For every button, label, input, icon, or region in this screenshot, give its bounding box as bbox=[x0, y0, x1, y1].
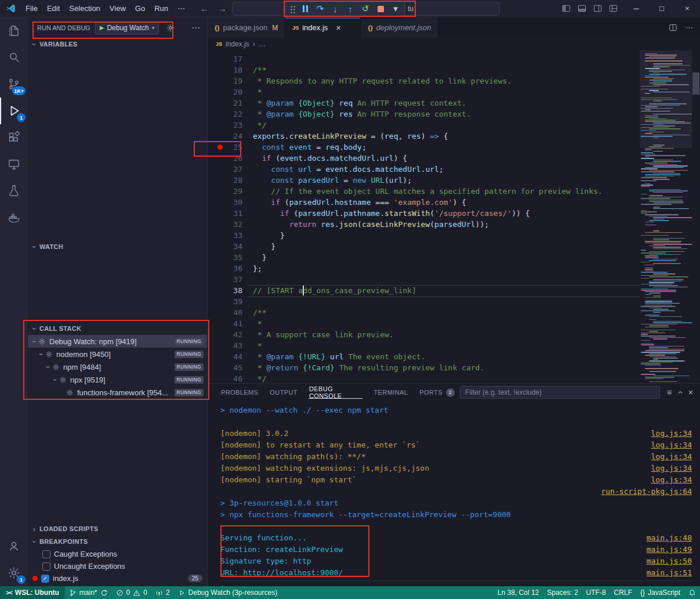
breakpoint-item[interactable]: ✓index.js25 bbox=[28, 572, 207, 584]
panel-tab-output[interactable]: OUTPUT bbox=[264, 384, 303, 401]
loaded-scripts-section-header[interactable]: › LOADED SCRIPTS bbox=[28, 522, 207, 535]
minimize-button[interactable]: ─ bbox=[623, 0, 649, 17]
console-source-link[interactable]: log.js:34 bbox=[651, 439, 692, 451]
console-source-link[interactable]: log.js:34 bbox=[651, 463, 692, 474]
forwarded-ports-status[interactable]: 2 bbox=[151, 586, 174, 599]
activity-explorer[interactable] bbox=[0, 17, 28, 44]
breakpoint-slot[interactable] bbox=[208, 252, 225, 263]
console-source-link[interactable]: log.js:34 bbox=[651, 474, 692, 486]
gutter[interactable]: 26 bbox=[208, 153, 248, 164]
close-button[interactable]: × bbox=[674, 0, 700, 17]
activity-extensions[interactable] bbox=[0, 124, 28, 151]
gutter[interactable]: 42 bbox=[208, 329, 248, 340]
breakpoint-slot[interactable] bbox=[208, 329, 225, 340]
panel-tab-problems[interactable]: PROBLEMS bbox=[216, 384, 263, 401]
back-arrow-icon[interactable]: ← bbox=[200, 3, 209, 13]
call-stack-session[interactable]: ›npm [9484]RUNNING bbox=[28, 360, 207, 373]
tab-index.js[interactable]: JSindex.js× bbox=[285, 17, 361, 38]
toggle-panel-icon[interactable] bbox=[578, 4, 586, 13]
toggle-secondary-sidebar-icon[interactable] bbox=[593, 4, 602, 13]
gutter[interactable]: 32 bbox=[208, 219, 248, 230]
console-input-prompt[interactable]: › bbox=[220, 580, 692, 586]
breakpoint-slot[interactable] bbox=[208, 131, 225, 142]
gutter[interactable]: 29 bbox=[208, 186, 248, 197]
menu-edit[interactable]: Edit bbox=[42, 4, 64, 13]
activity-docker[interactable] bbox=[0, 204, 28, 231]
gutter[interactable]: 36 bbox=[208, 263, 248, 274]
activity-source-control[interactable]: 1K+ bbox=[0, 71, 28, 98]
menu-selection[interactable]: Selection bbox=[64, 4, 104, 13]
step-over-button[interactable]: ↷ bbox=[313, 2, 327, 15]
breakpoint-item[interactable]: Uncaught Exceptions bbox=[28, 560, 207, 572]
gutter[interactable]: 25 bbox=[208, 142, 248, 153]
minimap[interactable] bbox=[640, 50, 692, 383]
activity-search[interactable] bbox=[0, 44, 28, 71]
customize-layout-icon[interactable] bbox=[609, 4, 618, 13]
gutter[interactable]: 38 bbox=[208, 285, 248, 296]
breakpoint-checkbox[interactable]: ✓ bbox=[41, 575, 49, 583]
gutter[interactable]: 33 bbox=[208, 230, 248, 241]
breakpoint-slot[interactable] bbox=[208, 153, 225, 164]
panel-tab-debug-console[interactable]: DEBUG CONSOLE bbox=[304, 384, 367, 401]
split-editor-icon[interactable] bbox=[669, 23, 677, 32]
call-stack-session[interactable]: ›npx [9519]RUNNING bbox=[28, 373, 207, 386]
cursor-position-status[interactable]: Ln 38, Col 12 bbox=[494, 586, 543, 599]
forward-arrow-icon[interactable]: → bbox=[218, 3, 227, 13]
breakpoint-slot[interactable] bbox=[208, 274, 225, 285]
step-out-button[interactable]: ↑ bbox=[343, 2, 357, 15]
breadcrumb-symbol[interactable]: … bbox=[259, 40, 266, 48]
breakpoint-slot[interactable] bbox=[208, 318, 225, 329]
breakpoint-slot[interactable] bbox=[208, 75, 225, 86]
activity-run-and-debug[interactable]: 1 bbox=[0, 98, 28, 124]
gutter[interactable]: 37 bbox=[208, 274, 248, 285]
breakpoint-slot[interactable] bbox=[208, 362, 225, 373]
breakpoint-slot[interactable] bbox=[208, 351, 225, 362]
stop-button[interactable] bbox=[373, 2, 387, 15]
drag-grip-icon[interactable] bbox=[289, 5, 296, 13]
breakpoint-slot[interactable] bbox=[208, 186, 225, 197]
gutter[interactable]: 17 bbox=[208, 53, 248, 64]
tab-package.json[interactable]: {}package.jsonM bbox=[208, 17, 285, 38]
gear-icon[interactable] bbox=[166, 23, 175, 33]
breakpoint-checkbox[interactable] bbox=[42, 550, 50, 558]
indentation-status[interactable]: Spaces: 2 bbox=[543, 586, 582, 599]
activity-testing[interactable] bbox=[0, 178, 28, 204]
call-stack-session[interactable]: ›Debug Watch: npm [9419]RUNNING bbox=[28, 335, 207, 348]
code-editor[interactable]: 1718/**19 * Responds to any HTTP request… bbox=[208, 50, 700, 383]
breakpoint-slot[interactable] bbox=[208, 241, 225, 252]
gutter[interactable]: 19 bbox=[208, 75, 248, 86]
call-stack-session[interactable]: ›functions-framework [954...RUNNING bbox=[28, 386, 207, 399]
toggle-primary-sidebar-icon[interactable] bbox=[562, 4, 571, 13]
call-stack-section-header[interactable]: › CALL STACK bbox=[28, 322, 207, 335]
breakpoint-slot[interactable] bbox=[208, 175, 225, 186]
close-tab-icon[interactable]: × bbox=[336, 23, 341, 33]
breakpoint-slot[interactable] bbox=[208, 219, 225, 230]
gutter[interactable]: 45 bbox=[208, 362, 248, 373]
git-branch-status[interactable]: main* bbox=[65, 586, 112, 599]
gutter[interactable]: 44 bbox=[208, 351, 248, 362]
breakpoint-dot[interactable] bbox=[217, 145, 223, 150]
tab-deployment.json[interactable]: {}deployment.json bbox=[361, 17, 438, 38]
breakpoint-slot[interactable] bbox=[208, 142, 225, 153]
editor-scrollbar[interactable] bbox=[692, 73, 699, 95]
gutter[interactable]: 20 bbox=[208, 86, 248, 98]
gutter[interactable]: 18 bbox=[208, 64, 248, 75]
pause-button[interactable] bbox=[298, 2, 312, 15]
menu-go[interactable]: Go bbox=[130, 4, 150, 13]
editor-more-actions-icon[interactable]: ⋯ bbox=[686, 23, 693, 32]
gutter[interactable]: 39 bbox=[208, 296, 248, 307]
views-more-button[interactable]: ⋯ bbox=[191, 23, 202, 33]
breadcrumb-file[interactable]: index.js bbox=[226, 40, 249, 48]
gutter[interactable]: 28 bbox=[208, 175, 248, 186]
launch-config-dropdown[interactable]: ▶ Debug Watch ▾ bbox=[95, 21, 159, 34]
gutter[interactable]: 24 bbox=[208, 131, 248, 142]
debug-console[interactable]: > nodemon --watch ./ --exec npm start[no… bbox=[208, 401, 700, 586]
gutter[interactable]: 34 bbox=[208, 241, 248, 252]
notifications-bell[interactable] bbox=[684, 586, 700, 599]
language-mode-status[interactable]: {} JavaScript bbox=[636, 586, 684, 599]
variables-section-header[interactable]: › VARIABLES bbox=[28, 38, 207, 50]
breakpoint-slot[interactable] bbox=[208, 230, 225, 241]
gutter[interactable]: 23 bbox=[208, 120, 248, 131]
gutter[interactable]: 30 bbox=[208, 197, 248, 208]
breakpoint-slot[interactable] bbox=[208, 64, 225, 75]
